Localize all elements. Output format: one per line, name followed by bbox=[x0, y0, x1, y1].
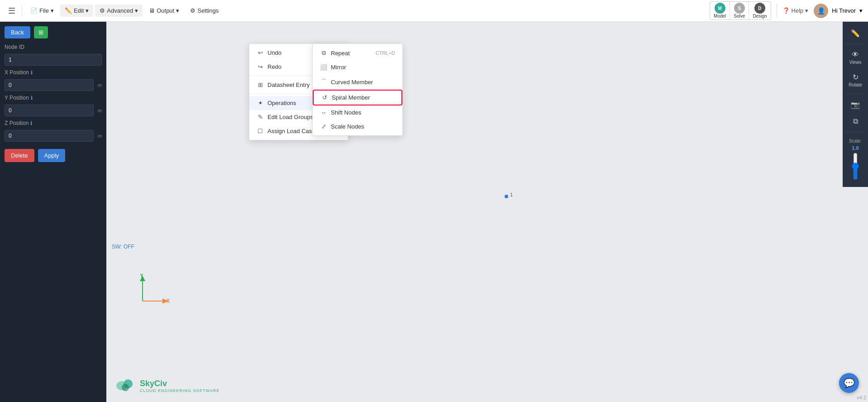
assign-load-cases-label: Assign Load Cases bbox=[267, 128, 318, 134]
scale-slider[interactable] bbox=[852, 153, 859, 180]
z-unit: m bbox=[95, 133, 102, 139]
file-icon: 📄 bbox=[30, 7, 38, 14]
y-unit: m bbox=[95, 108, 102, 113]
model-label: Model bbox=[714, 14, 726, 19]
svg-point-6 bbox=[122, 384, 129, 391]
scale-nodes-label: Scale Nodes bbox=[331, 123, 364, 130]
z-position-row: m bbox=[5, 130, 102, 142]
node-id-label: Node ID bbox=[5, 44, 102, 50]
repeat-label: Repeat bbox=[331, 50, 350, 57]
output-menu-button[interactable]: 🖥 Output ▾ bbox=[144, 5, 184, 17]
operations-icon: ✦ bbox=[257, 100, 264, 106]
ops-submenu-wrapper: ⧉ Repeat CTRL+D ⬜ Mirror ⌒ Curved Member… bbox=[312, 43, 403, 136]
assign-load-cases-icon: ☐ bbox=[257, 128, 264, 134]
help-label: Help bbox=[792, 7, 804, 14]
chat-bubble[interactable]: 💬 bbox=[839, 373, 859, 393]
scale-nodes-item[interactable]: ⤢ Scale Nodes bbox=[313, 120, 402, 134]
views-button[interactable]: 👁 Views bbox=[843, 47, 868, 68]
help-icon: ❓ bbox=[782, 7, 790, 14]
advanced-chevron: ▾ bbox=[135, 7, 138, 14]
file-menu-button[interactable]: 📄 File ▾ bbox=[26, 5, 58, 17]
scale-label: Scale: bbox=[849, 139, 862, 144]
operations-label: Operations bbox=[267, 100, 296, 106]
x-position-input[interactable] bbox=[5, 79, 94, 91]
edit-load-groups-label: Edit Load Groups bbox=[267, 114, 313, 120]
file-chevron: ▾ bbox=[51, 7, 54, 14]
user-chevron: ▾ bbox=[859, 7, 863, 14]
z-position-input[interactable] bbox=[5, 130, 94, 142]
model-mode[interactable]: M Model bbox=[710, 2, 730, 19]
hamburger-button[interactable]: ☰ bbox=[5, 3, 18, 19]
help-chevron: ▾ bbox=[805, 7, 808, 14]
node-label: 1 bbox=[510, 192, 513, 197]
rt-sep1 bbox=[845, 44, 866, 44]
shift-nodes-item[interactable]: ↔ Shift Nodes bbox=[313, 105, 402, 120]
back-button[interactable]: Back bbox=[5, 26, 30, 38]
user-area[interactable]: 👤 Hi Trevor ▾ bbox=[814, 4, 863, 18]
canvas-area[interactable]: ↩ Undo CTRL+Z ↪ Redo CTRL+Y ⊞ Datasheet … bbox=[106, 22, 868, 402]
spiral-member-label: Spiral Member bbox=[332, 94, 370, 101]
curved-member-icon: ⌒ bbox=[320, 78, 327, 86]
x-unit: m bbox=[95, 82, 102, 88]
node-id-select[interactable]: 1 bbox=[5, 54, 102, 66]
views-label: Views bbox=[849, 60, 862, 65]
node-id-group: Node ID 1 bbox=[5, 44, 102, 66]
help-button[interactable]: ❓ Help ▾ bbox=[782, 7, 809, 14]
chat-icon: 💬 bbox=[844, 378, 855, 388]
design-mode[interactable]: D Design bbox=[749, 2, 770, 19]
scale-nodes-icon: ⤢ bbox=[320, 123, 327, 130]
shift-nodes-icon: ↔ bbox=[320, 109, 327, 116]
scale-value: 1.0 bbox=[852, 145, 858, 151]
version-label: v4.2 bbox=[857, 395, 866, 400]
delete-button[interactable]: Delete bbox=[5, 149, 34, 162]
sidebar-actions: Delete Apply bbox=[5, 149, 102, 162]
apply-button[interactable]: Apply bbox=[38, 149, 66, 162]
edit-icon: ✏️ bbox=[65, 7, 72, 14]
edit-toolbar-button[interactable]: ✏️ bbox=[843, 25, 868, 41]
x-position-label: X Position ℹ bbox=[5, 69, 102, 76]
y-position-label-text: Y Position bbox=[5, 95, 29, 101]
topbar-left: ☰ 📄 File ▾ ✏️ Edit ▾ ⚙ Advanced ▾ 🖥 Outp… bbox=[5, 3, 223, 19]
grid-button[interactable]: ⊞ bbox=[34, 26, 48, 38]
camera-icon: 📷 bbox=[851, 100, 860, 109]
svg-text:Y: Y bbox=[140, 274, 143, 279]
x-info-icon[interactable]: ℹ bbox=[31, 70, 33, 76]
y-info-icon[interactable]: ℹ bbox=[31, 95, 33, 101]
mirror-item[interactable]: ⬜ Mirror bbox=[313, 60, 402, 74]
rotate-icon: ↻ bbox=[853, 73, 858, 81]
x-position-label-text: X Position bbox=[5, 69, 29, 76]
advanced-icon: ⚙ bbox=[100, 7, 105, 14]
user-avatar: 👤 bbox=[814, 4, 828, 18]
layers-button[interactable]: ⧉ bbox=[843, 114, 868, 129]
edit-menu-button[interactable]: ✏️ Edit ▾ bbox=[60, 5, 93, 17]
right-toolbar: ✏️ 👁 Views ↻ Rotate 📷 ⧉ Scale: 1.0 bbox=[843, 22, 868, 187]
advanced-menu-button[interactable]: ⚙ Advanced ▾ bbox=[95, 5, 143, 17]
scale-section: Scale: 1.0 bbox=[847, 135, 863, 183]
axis-indicator: Y X bbox=[134, 274, 170, 311]
datasheet-icon: ⊞ bbox=[257, 81, 264, 88]
curved-member-item[interactable]: ⌒ Curved Member bbox=[313, 74, 402, 90]
logo-name: SkyCiv bbox=[140, 379, 219, 388]
z-info-icon[interactable]: ℹ bbox=[30, 120, 32, 126]
spiral-member-item[interactable]: ↺ Spiral Member bbox=[313, 90, 402, 105]
settings-menu-button[interactable]: ⚙ Settings bbox=[186, 5, 223, 17]
solve-mode[interactable]: S Solve bbox=[730, 2, 749, 19]
solve-label: Solve bbox=[734, 14, 745, 19]
main-layout: Back ⊞ Node ID 1 X Position ℹ m bbox=[0, 22, 868, 402]
shift-nodes-label: Shift Nodes bbox=[331, 109, 361, 116]
settings-icon: ⚙ bbox=[190, 7, 196, 14]
skyciv-logo: SkyCiv CLOUD ENGINEERING SOFTWARE bbox=[115, 375, 219, 393]
repeat-icon: ⧉ bbox=[320, 49, 327, 57]
camera-button[interactable]: 📷 bbox=[843, 97, 868, 113]
sep1 bbox=[22, 5, 22, 16]
rotate-button[interactable]: ↻ Rotate bbox=[843, 69, 868, 91]
curved-member-label: Curved Member bbox=[331, 79, 373, 86]
pencil-icon: ✏️ bbox=[851, 29, 860, 38]
y-position-input[interactable] bbox=[5, 105, 94, 116]
y-position-row: m bbox=[5, 105, 102, 116]
repeat-item[interactable]: ⧉ Repeat CTRL+D bbox=[313, 46, 402, 60]
operations-submenu: ⧉ Repeat CTRL+D ⬜ Mirror ⌒ Curved Member… bbox=[312, 43, 403, 136]
output-icon: 🖥 bbox=[149, 7, 155, 14]
rotate-label: Rotate bbox=[849, 82, 862, 87]
redo-icon: ↪ bbox=[257, 63, 264, 70]
